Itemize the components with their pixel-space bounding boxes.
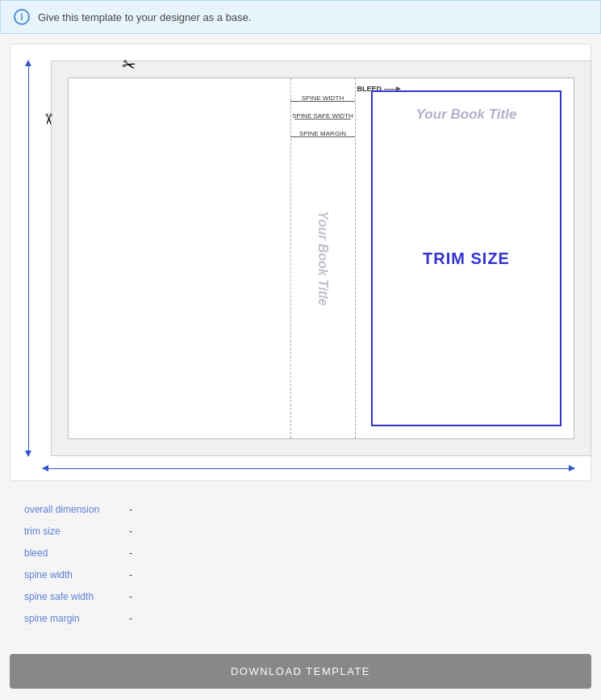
specs-section: overall dimension - trim size - bleed - … [0, 491, 601, 646]
scissors-left-icon: ✂ [40, 113, 57, 125]
vertical-arrow-line [28, 61, 29, 456]
bleed-line [384, 89, 400, 90]
arrow-head-up [25, 60, 31, 66]
info-banner: i Give this template to your designer as… [0, 0, 601, 34]
scissors-top-icon: ✂ [120, 53, 139, 76]
spec-value: - [129, 613, 132, 624]
spec-label: bleed [24, 547, 129, 559]
spec-label: spine width [24, 569, 129, 581]
info-icon: i [14, 9, 30, 25]
diagram-container: OVERALL DIMENSION ✂ ✂ BLEED [10, 44, 591, 481]
spec-row: spine safe width - [24, 586, 577, 608]
diagram-area: ✂ ✂ BLEED SPINE WIDTH [51, 61, 591, 456]
spec-row: spine width - [24, 564, 577, 586]
arrow-head-down [25, 451, 31, 457]
spec-row: overall dimension - [24, 499, 577, 521]
spec-value: - [129, 591, 132, 602]
spec-value: - [129, 504, 132, 515]
spec-label: trim size [24, 526, 129, 537]
front-book-title: Your Book Title [416, 107, 517, 123]
spec-row: spine margin - [24, 608, 577, 630]
spec-row: bleed - [24, 543, 577, 564]
spine-right-dashed [355, 78, 356, 438]
front-cover: Your Book Title TRIM SIZE [371, 90, 561, 426]
spec-value: - [129, 569, 132, 581]
banner-text: Give this template to your designer as a… [38, 11, 251, 23]
spec-value: - [129, 547, 132, 559]
spec-row: trim size - [24, 521, 577, 543]
spec-label: spine safe width [24, 591, 129, 602]
spec-value: - [129, 526, 132, 537]
specs-list: overall dimension - trim size - bleed - … [24, 499, 577, 630]
spec-label: spine margin [24, 613, 129, 624]
download-template-button[interactable]: DOWNLOAD TEMPLATE [10, 654, 591, 689]
spec-label: overall dimension [24, 504, 129, 515]
horizontal-arrow-line [43, 468, 574, 469]
trim-size-label: TRIM SIZE [423, 249, 510, 268]
spine-region: Your Book Title [290, 78, 355, 438]
arrow-head-right [569, 465, 575, 472]
arrow-head-left [42, 465, 48, 472]
spine-book-title: Your Book Title [315, 211, 330, 305]
inner-area: BLEED SPINE WIDTH SPINE SAFE WIDTH [68, 78, 574, 439]
